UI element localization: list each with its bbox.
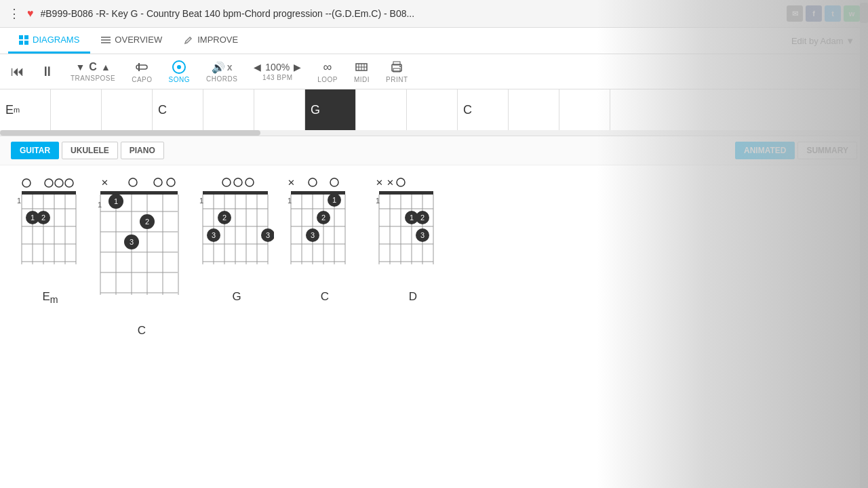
svg-point-41 (129, 178, 137, 186)
svg-text:1: 1 (199, 197, 203, 205)
svg-rect-0 (19, 35, 23, 39)
menu-dots[interactable]: ⋮ (8, 6, 20, 21)
svg-text:1: 1 (17, 197, 21, 205)
midi-icon (354, 60, 369, 75)
skip-start-button[interactable]: ⏮ (11, 64, 24, 79)
chord-cell-1[interactable] (51, 89, 102, 130)
svg-rect-6 (101, 42, 111, 43)
share-whatsapp-button[interactable]: w (844, 5, 860, 22)
list-icon (101, 35, 111, 45)
tab-diagrams[interactable]: DIAGRAMS (8, 28, 90, 54)
svg-line-8 (190, 37, 191, 39)
share-email-button[interactable]: ✉ (787, 5, 803, 22)
toolbar: ⏮ ⏸ ▼ C ▲ TRANSPOSE CAPO SON (0, 54, 868, 89)
chord-cell-4[interactable] (203, 89, 254, 130)
svg-rect-66 (203, 191, 268, 195)
svg-text:1: 1 (288, 197, 292, 205)
view-animated-tab[interactable]: ANIMATED (735, 142, 795, 159)
svg-rect-1 (24, 35, 28, 39)
capo-label: CAPO (132, 76, 152, 83)
svg-text:2: 2 (222, 214, 226, 222)
svg-text:2: 2 (145, 218, 149, 226)
svg-text:1: 1 (410, 214, 414, 222)
svg-point-19 (399, 66, 401, 67)
chord-cell-11[interactable] (559, 89, 610, 130)
bpm-group: ◀ 100% ▶ 143 BPM (254, 62, 301, 81)
title-bar: ⋮ ♥ #B999-B086 -R- Key G - Country Beat … (0, 0, 868, 28)
view-summary-tab[interactable]: SUMMARY (797, 142, 857, 159)
chord-cell-2[interactable] (102, 89, 153, 130)
svg-text:✕: ✕ (288, 178, 295, 188)
svg-point-64 (234, 178, 242, 186)
social-icons: ✉ f t w (787, 5, 860, 22)
midi-group[interactable]: MIDI (354, 60, 370, 83)
svg-text:✕: ✕ (101, 178, 108, 188)
d-chord-name: D (409, 290, 417, 304)
svg-point-87 (330, 178, 338, 186)
em-chord-name: Em (42, 290, 58, 305)
chord-cell-6[interactable]: G (305, 89, 356, 130)
chord-cell-3[interactable]: C (153, 89, 203, 130)
transpose-group: ▼ C ▲ TRANSPOSE (71, 61, 115, 82)
chord-em-diagram: 1 1 2 Em (16, 176, 84, 338)
bpm-prev-button[interactable]: ◀ (254, 62, 261, 73)
svg-text:✕: ✕ (387, 178, 394, 188)
svg-text:3: 3 (266, 231, 270, 239)
svg-rect-5 (101, 39, 111, 41)
pause-button[interactable]: ⏸ (41, 64, 54, 79)
heart-icon[interactable]: ♥ (27, 7, 34, 20)
svg-point-65 (245, 178, 254, 186)
song-group[interactable]: SONG (169, 60, 190, 83)
pencil-icon (184, 35, 193, 45)
bpm-label: 143 BPM (262, 74, 293, 81)
scrollbar-track[interactable] (0, 130, 868, 136)
svg-rect-9 (136, 65, 147, 69)
svg-rect-2 (19, 41, 23, 45)
page-title: #B999-B086 -R- Key G - Country Beat 140 … (41, 8, 781, 19)
vertical-scrollbar[interactable] (860, 0, 868, 488)
share-facebook-button[interactable]: f (806, 5, 822, 22)
svg-rect-109 (379, 191, 433, 195)
g-fretboard: 1 2 3 3 (199, 176, 274, 285)
capo-group[interactable]: CAPO (132, 60, 152, 83)
print-icon (389, 60, 404, 75)
svg-text:✕: ✕ (376, 178, 383, 188)
chord-cell-9[interactable]: C (458, 89, 509, 130)
c-fretboard: ✕ (98, 176, 186, 319)
chord-cell-10[interactable] (509, 89, 559, 130)
chord-cell-7[interactable] (356, 89, 407, 130)
chord-strip: EmCGC (0, 89, 868, 130)
svg-rect-4 (101, 37, 111, 38)
svg-text:1: 1 (332, 196, 336, 204)
tab-improve[interactable]: IMPROVE (173, 28, 249, 54)
instrument-guitar-tab[interactable]: GUITAR (11, 142, 59, 159)
song-label: SONG (169, 76, 190, 83)
midi-label: MIDI (354, 76, 370, 83)
capo-icon (134, 60, 149, 75)
c2-chord-name: C (321, 290, 329, 304)
bpm-value: 100% (265, 62, 290, 73)
share-twitter-button[interactable]: t (825, 5, 841, 22)
instrument-ukulele-tab[interactable]: UKULELE (62, 142, 118, 159)
instrument-tabs: GUITAR UKULELE PIANO (11, 142, 164, 159)
loop-group[interactable]: ∞ LOOP (317, 60, 338, 83)
svg-point-108 (397, 178, 405, 186)
g-chord-name: G (232, 290, 241, 304)
chords-group[interactable]: 🔊 x CHORDS (206, 61, 237, 83)
em-fretboard: 1 1 2 (16, 176, 84, 285)
chord-cell-8[interactable] (407, 89, 458, 130)
svg-text:2: 2 (41, 214, 45, 222)
chord-cell-5[interactable] (254, 89, 305, 130)
chords-label: CHORDS (206, 75, 237, 83)
transpose-down-icon[interactable]: ▼ (75, 62, 85, 73)
chord-strip-container: EmCGC (0, 89, 868, 136)
chord-cell-0[interactable]: Em (0, 89, 51, 130)
instrument-piano-tab[interactable]: PIANO (121, 142, 164, 159)
svg-text:1: 1 (31, 214, 35, 222)
print-group[interactable]: PRINT (386, 60, 408, 83)
svg-point-12 (177, 65, 181, 69)
tab-overview[interactable]: OVERVIEW (90, 28, 173, 54)
bpm-next-button[interactable]: ▶ (294, 62, 301, 73)
edit-by-dropdown[interactable]: Edit by Adam ▼ (786, 29, 860, 53)
transpose-up-icon[interactable]: ▲ (101, 62, 111, 73)
